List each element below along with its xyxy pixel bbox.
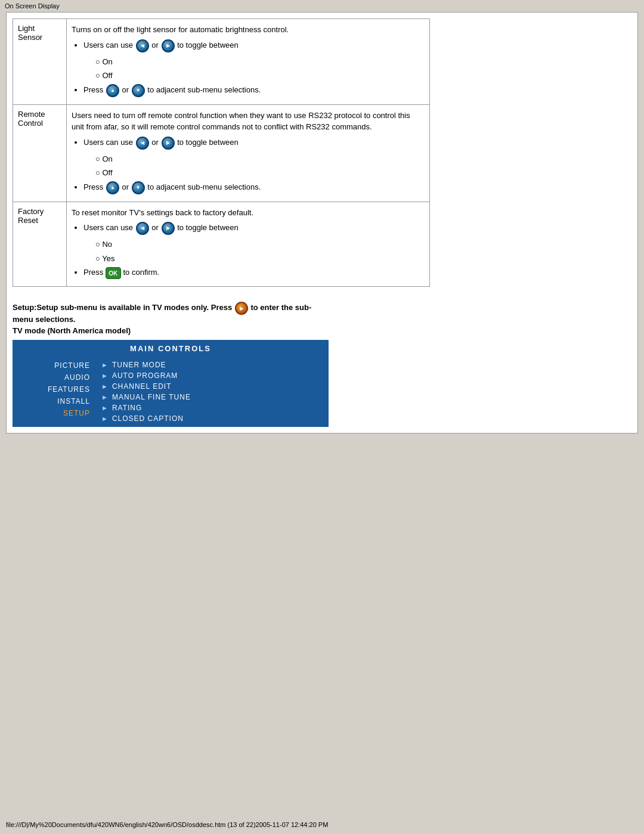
left-arrow-btn-rc[interactable] bbox=[136, 137, 149, 150]
ok-button-fr[interactable]: OK bbox=[106, 267, 121, 279]
light-sensor-row: LightSensor Turns on or off the light se… bbox=[13, 19, 430, 105]
menu-left-col: PICTURE AUDIO FEATURES INSTALL SETUP bbox=[13, 357, 97, 426]
menu-right-closed-caption[interactable]: ► CLOSED CAPTION bbox=[101, 413, 323, 424]
up-arrow-btn-ls[interactable] bbox=[106, 84, 119, 97]
setup-note-line3: menu selections. bbox=[13, 315, 75, 324]
footer-text: file:///D|/My%20Documents/dfu/420WN6/eng… bbox=[6, 821, 328, 828]
menu-header-text: MAIN CONTROLS bbox=[130, 344, 211, 353]
light-sensor-options: On Off bbox=[95, 56, 425, 82]
arrow-closed-caption: ► bbox=[101, 415, 109, 422]
ls-option-off: Off bbox=[95, 70, 425, 82]
left-arrow-btn[interactable] bbox=[136, 39, 149, 52]
menu-header-cell: MAIN CONTROLS bbox=[13, 340, 329, 357]
menu-item-picture[interactable]: PICTURE bbox=[19, 360, 90, 371]
menu-right-rating[interactable]: ► RATING bbox=[101, 402, 323, 413]
auto-program-label: AUTO PROGRAM bbox=[112, 371, 178, 380]
up-arrow-btn-rc[interactable] bbox=[106, 181, 119, 194]
factory-reset-label: FactoryReset bbox=[13, 202, 67, 286]
setup-note-line1: Setup:Setup sub-menu is available in TV … bbox=[13, 303, 234, 312]
features-table: LightSensor Turns on or off the light se… bbox=[13, 18, 430, 287]
address-bar-text: On Screen Display bbox=[5, 2, 60, 10]
factory-reset-row: FactoryReset To reset monitor TV's setti… bbox=[13, 202, 430, 286]
remote-control-row: RemoteControl Users need to turn off rem… bbox=[13, 104, 430, 202]
factory-reset-options: No Yes bbox=[95, 239, 425, 264]
arrow-manual-fine-tune: ► bbox=[101, 394, 109, 401]
remote-control-label: RemoteControl bbox=[13, 104, 67, 202]
right-arrow-btn-fr[interactable] bbox=[162, 222, 175, 235]
factory-reset-content: To reset monitor TV's settings back to f… bbox=[67, 202, 430, 286]
tv-mode-title: TV mode (North America model) bbox=[13, 326, 631, 335]
left-arrow-btn-fr[interactable] bbox=[136, 222, 149, 235]
menu-item-setup[interactable]: SETUP bbox=[19, 407, 90, 419]
arrow-channel-edit: ► bbox=[101, 383, 109, 390]
rating-label: RATING bbox=[112, 404, 142, 412]
setup-note: Setup:Setup sub-menu is available in TV … bbox=[13, 302, 631, 324]
down-arrow-btn-rc[interactable] bbox=[132, 181, 145, 194]
browser-address-bar: On Screen Display bbox=[0, 0, 644, 12]
manual-fine-tune-label: MANUAL FINE TUNE bbox=[112, 393, 191, 401]
light-sensor-toggle-text: Users can use bbox=[83, 41, 135, 49]
menu-right-auto-program[interactable]: ► AUTO PROGRAM bbox=[101, 370, 323, 381]
setup-note-line2: to enter the sub- bbox=[250, 303, 311, 312]
menu-right-col: ► TUNER MODE ► AUTO PROGRAM ► CHANNEL ED… bbox=[97, 357, 329, 426]
menu-right-tuner-mode[interactable]: ► TUNER MODE bbox=[101, 360, 323, 370]
remote-control-options: On Off bbox=[95, 153, 425, 179]
arrow-auto-program: ► bbox=[101, 372, 109, 379]
ls-option-on: On bbox=[95, 56, 425, 68]
rc-option-off: Off bbox=[95, 167, 425, 179]
light-sensor-description: Turns on or off the light sensor for aut… bbox=[72, 25, 289, 34]
menu-table: MAIN CONTROLS PICTURE AUDIO FEATURES INS… bbox=[13, 340, 329, 427]
fr-option-yes: Yes bbox=[95, 253, 425, 265]
menu-right-manual-fine-tune[interactable]: ► MANUAL FINE TUNE bbox=[101, 392, 323, 402]
menu-item-features[interactable]: FEATURES bbox=[19, 383, 90, 395]
main-content: LightSensor Turns on or off the light se… bbox=[6, 12, 638, 433]
menu-right-channel-edit[interactable]: ► CHANNEL EDIT bbox=[101, 381, 323, 392]
closed-caption-label: CLOSED CAPTION bbox=[112, 414, 184, 423]
fr-option-no: No bbox=[95, 239, 425, 250]
menu-item-install[interactable]: INSTALL bbox=[19, 395, 90, 407]
arrow-tuner-mode: ► bbox=[101, 361, 109, 368]
menu-header-row: MAIN CONTROLS bbox=[13, 340, 329, 357]
remote-control-description: Users need to turn off remote control fu… bbox=[72, 111, 410, 132]
channel-edit-label: CHANNEL EDIT bbox=[112, 382, 172, 391]
right-arrow-setup[interactable] bbox=[235, 302, 248, 315]
rc-option-on: On bbox=[95, 153, 425, 165]
footer-bar: file:///D|/My%20Documents/dfu/420WN6/eng… bbox=[0, 819, 644, 831]
right-arrow-btn-rc[interactable] bbox=[162, 137, 175, 150]
menu-item-audio[interactable]: AUDIO bbox=[19, 371, 90, 383]
arrow-rating: ► bbox=[101, 404, 109, 411]
light-sensor-content: Turns on or off the light sensor for aut… bbox=[67, 19, 430, 105]
down-arrow-btn-ls[interactable] bbox=[132, 84, 145, 97]
remote-control-content: Users need to turn off remote control fu… bbox=[67, 104, 430, 202]
menu-body-row: PICTURE AUDIO FEATURES INSTALL SETUP ► T… bbox=[13, 357, 329, 426]
light-sensor-label: LightSensor bbox=[13, 19, 67, 105]
tuner-mode-label: TUNER MODE bbox=[112, 361, 166, 369]
factory-reset-description: To reset monitor TV's settings back to f… bbox=[72, 208, 253, 217]
right-arrow-btn-ls[interactable] bbox=[162, 39, 175, 52]
